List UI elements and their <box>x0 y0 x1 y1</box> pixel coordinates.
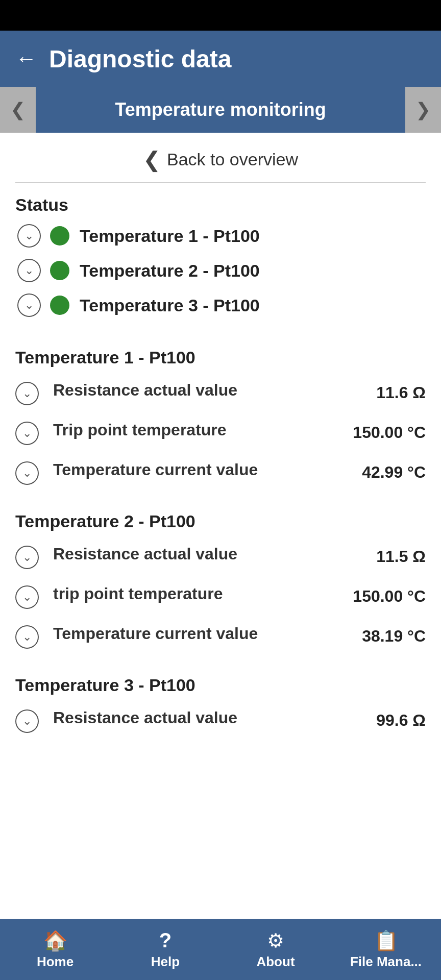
temp2-current-value: 38.19 °C <box>362 627 426 646</box>
temp2-resistance-value: 11.5 Ω <box>376 547 426 566</box>
status-section: Status ⌄ Temperature 1 - Pt100 ⌄ Tempera… <box>15 195 426 317</box>
temp2-section-title: Temperature 2 - Pt100 <box>15 511 426 531</box>
nav-home-label: Home <box>37 954 74 970</box>
chevron-icon-t1c[interactable]: ⌄ <box>15 461 39 485</box>
temp2-trippoint-row[interactable]: ⌄ trip point temperature 150.00 °C <box>15 576 426 616</box>
temp3-section: Temperature 3 - Pt100 ⌄ Resistance actua… <box>15 675 426 740</box>
chevron-icon-t1t[interactable]: ⌄ <box>15 422 39 445</box>
nav-help[interactable]: ? Help <box>110 929 220 970</box>
chevron-icon-t2c[interactable]: ⌄ <box>15 625 39 649</box>
content-area: ❮ Back to overview Status ⌄ Temperature … <box>0 133 441 919</box>
temp1-trippoint-label: Trip point temperature <box>53 420 345 441</box>
nav-about[interactable]: ⚙ About <box>220 929 331 970</box>
temp3-resistance-label: Resistance actual value <box>53 707 368 729</box>
chevron-down-icon-3[interactable]: ⌄ <box>17 293 41 317</box>
status-item-temp3[interactable]: ⌄ Temperature 3 - Pt100 <box>15 293 426 317</box>
status-label-temp3: Temperature 3 - Pt100 <box>80 296 260 315</box>
temp3-resistance-row[interactable]: ⌄ Resistance actual value 99.6 Ω <box>15 700 426 740</box>
status-item-temp1[interactable]: ⌄ Temperature 1 - Pt100 <box>15 224 426 248</box>
temp2-current-label: Temperature current value <box>53 623 354 645</box>
temp1-trippoint-value: 150.00 °C <box>353 423 426 442</box>
tab-prev-button[interactable]: ❮ <box>0 87 36 133</box>
temp1-section: Temperature 1 - Pt100 ⌄ Resistance actua… <box>15 348 426 492</box>
tab-bar: ❮ Temperature monitoring ❯ <box>0 87 441 133</box>
temp2-trippoint-value: 150.00 °C <box>353 587 426 606</box>
chevron-icon-t2r[interactable]: ⌄ <box>15 546 39 569</box>
temp2-resistance-row[interactable]: ⌄ Resistance actual value 11.5 Ω <box>15 536 426 576</box>
temp1-resistance-value: 11.6 Ω <box>376 383 426 402</box>
header: ← Diagnostic data <box>0 31 441 87</box>
chevron-icon-t1r[interactable]: ⌄ <box>15 382 39 405</box>
chevron-down-icon-1[interactable]: ⌄ <box>17 224 41 248</box>
temp2-current-row[interactable]: ⌄ Temperature current value 38.19 °C <box>15 616 426 656</box>
temp1-trippoint-row[interactable]: ⌄ Trip point temperature 150.00 °C <box>15 412 426 452</box>
back-button[interactable]: ← <box>15 46 37 71</box>
chevron-icon-t2t[interactable]: ⌄ <box>15 585 39 609</box>
temp1-current-row[interactable]: ⌄ Temperature current value 42.99 °C <box>15 452 426 492</box>
temp3-resistance-value: 99.6 Ω <box>376 711 426 730</box>
tab-temperature-monitoring[interactable]: Temperature monitoring <box>36 87 405 133</box>
nav-home[interactable]: 🏠 Home <box>0 929 110 970</box>
status-section-title: Status <box>15 195 426 215</box>
temp2-trippoint-label: trip point temperature <box>53 583 345 605</box>
status-label-temp2: Temperature 2 - Pt100 <box>80 261 260 281</box>
nav-file-manager-label: File Mana... <box>350 954 422 970</box>
temp1-current-label: Temperature current value <box>53 459 354 481</box>
temp1-resistance-label: Resistance actual value <box>53 380 368 401</box>
gear-icon: ⚙ <box>267 929 284 952</box>
nav-about-label: About <box>256 954 295 970</box>
status-label-temp1: Temperature 1 - Pt100 <box>80 226 260 246</box>
temp2-resistance-label: Resistance actual value <box>53 544 368 565</box>
file-manager-icon: 📋 <box>374 929 398 952</box>
chevron-down-icon-2[interactable]: ⌄ <box>17 259 41 282</box>
nav-file-manager[interactable]: 📋 File Mana... <box>331 929 441 970</box>
bottom-nav: 🏠 Home ? Help ⚙ About 📋 File Mana... <box>0 919 441 980</box>
nav-help-label: Help <box>151 954 180 970</box>
status-item-temp2[interactable]: ⌄ Temperature 2 - Pt100 <box>15 259 426 282</box>
temp1-resistance-row[interactable]: ⌄ Resistance actual value 11.6 Ω <box>15 373 426 412</box>
home-icon: 🏠 <box>43 929 67 952</box>
status-bar <box>0 0 441 31</box>
temp1-current-value: 42.99 °C <box>362 463 426 482</box>
status-dot-green-1 <box>50 226 69 246</box>
chevron-icon-t3r[interactable]: ⌄ <box>15 709 39 733</box>
status-dot-green-3 <box>50 296 69 315</box>
back-to-overview-button[interactable]: ❮ Back to overview <box>15 133 426 183</box>
tab-next-button[interactable]: ❯ <box>405 87 441 133</box>
temp3-section-title: Temperature 3 - Pt100 <box>15 675 426 695</box>
temp1-section-title: Temperature 1 - Pt100 <box>15 348 426 368</box>
temp2-section: Temperature 2 - Pt100 ⌄ Resistance actua… <box>15 511 426 656</box>
page-title: Diagnostic data <box>49 45 231 73</box>
status-dot-green-2 <box>50 261 69 280</box>
back-overview-icon: ❮ <box>143 147 161 172</box>
back-overview-label: Back to overview <box>167 150 298 169</box>
help-icon: ? <box>159 929 172 952</box>
